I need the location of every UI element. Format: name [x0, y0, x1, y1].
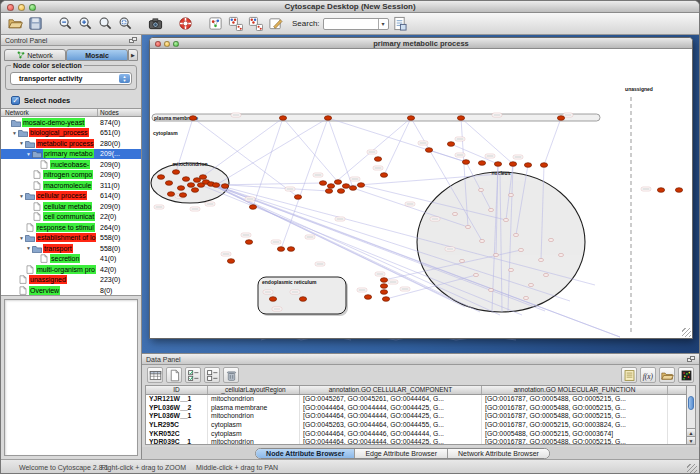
graph-node[interactable]: [524, 163, 531, 168]
graph-node[interactable]: [342, 184, 349, 189]
tree-row-macromolecule[interactable]: macromolecule311(0): [1, 180, 141, 191]
graph-node[interactable]: [245, 240, 252, 245]
tree-row-primary-metabo[interactable]: ▼primary metabo209(...: [1, 149, 141, 160]
search-dropdown-caret-icon[interactable]: ▾: [378, 19, 388, 29]
graph-node[interactable]: [380, 173, 387, 178]
zoom-view-button[interactable]: [173, 41, 179, 47]
snapshot-camera-icon[interactable]: [146, 15, 164, 33]
search-input[interactable]: ▾: [323, 18, 389, 30]
graph-node[interactable]: [380, 284, 387, 289]
graph-node[interactable]: [269, 297, 276, 302]
close-view-button[interactable]: [155, 41, 161, 47]
graph-node-small[interactable]: [503, 218, 508, 221]
tree-expander-icon[interactable]: ▼: [25, 151, 32, 157]
tab-mosaic[interactable]: Mosaic: [66, 49, 128, 61]
graph-node[interactable]: [165, 181, 172, 186]
minimize-view-button[interactable]: [164, 41, 170, 47]
float-panel-icon[interactable]: [687, 356, 695, 363]
tree-row-transport[interactable]: ▼transport558(0): [1, 243, 141, 254]
tree-row-mosaic-demo-yeast[interactable]: mosaic-demo-yeast874(0): [1, 117, 141, 128]
scroll-up-button[interactable]: ▲: [687, 428, 695, 436]
window-resize-grip[interactable]: [682, 328, 691, 337]
help-lifering-icon[interactable]: [176, 15, 194, 33]
create-attribute-icon[interactable]: [166, 367, 182, 383]
graph-edge[interactable]: [216, 183, 323, 185]
tree-row-overview[interactable]: Overview8(0): [1, 285, 141, 296]
graph-node-small[interactable]: [493, 253, 498, 256]
delete-attribute-icon[interactable]: [223, 367, 239, 383]
graph-node[interactable]: [279, 116, 286, 121]
attribute-table-icon[interactable]: [147, 367, 163, 383]
zoom-in-icon[interactable]: [76, 15, 94, 33]
tree-row-multi-organism-pro[interactable]: multi-organism pro42(0): [1, 264, 141, 275]
network-window-titlebar[interactable]: primary metabolic process: [150, 38, 692, 49]
graph-node-small[interactable]: [473, 273, 478, 276]
graph-node[interactable]: [380, 278, 387, 283]
graph-node[interactable]: [657, 188, 664, 193]
graph-node[interactable]: [509, 162, 516, 167]
graph-node[interactable]: [447, 142, 454, 147]
graph-node[interactable]: [382, 297, 389, 302]
tab-overflow-arrow-icon[interactable]: ▶: [128, 49, 138, 61]
graph-node-small[interactable]: [543, 273, 548, 276]
region-plasma-membrane[interactable]: [152, 114, 600, 121]
graph-node[interactable]: [249, 205, 256, 210]
tree-expander-icon[interactable]: ▼: [18, 235, 25, 241]
graph-node-small[interactable]: [518, 248, 523, 251]
tree-row-unassigned[interactable]: unassigned223(0): [1, 275, 141, 286]
open-file-icon[interactable]: [6, 15, 24, 33]
graph-node[interactable]: [380, 290, 387, 295]
graph-node[interactable]: [337, 189, 344, 194]
graph-node[interactable]: [179, 193, 186, 198]
tree-row-cellular-process[interactable]: ▼cellular process614(0): [1, 191, 141, 202]
function-builder-icon[interactable]: f(x): [640, 367, 656, 383]
tree-column-nodes[interactable]: Nodes: [98, 109, 141, 116]
graph-node[interactable]: [334, 180, 341, 185]
tree-column-network[interactable]: Network: [1, 109, 98, 116]
scrollbar-thumb[interactable]: [688, 396, 694, 410]
tab-edge-attribute-browser[interactable]: Edge Attribute Browser: [355, 449, 448, 458]
graph-node[interactable]: [462, 160, 469, 165]
graph-edge[interactable]: [384, 118, 411, 175]
graph-node-small[interactable]: [488, 208, 493, 211]
save-icon[interactable]: [26, 15, 44, 33]
graph-node[interactable]: [478, 161, 485, 166]
graph-node[interactable]: [357, 183, 364, 188]
graph-node-small[interactable]: [548, 238, 553, 241]
notes-icon[interactable]: [621, 367, 637, 383]
graph-node[interactable]: [221, 184, 228, 189]
graph-edge[interactable]: [253, 118, 283, 207]
graph-node[interactable]: [349, 186, 356, 191]
table-vertical-scrollbar[interactable]: ▲ ▼: [686, 386, 695, 444]
graph-node[interactable]: [540, 163, 547, 168]
tree-expander-icon[interactable]: ▼: [11, 130, 18, 136]
column-header-id[interactable]: ID: [146, 386, 208, 394]
graph-node[interactable]: [364, 295, 371, 300]
table-row[interactable]: YDR039C__1mitochondrion[GO:0044464, GO:0…: [146, 438, 686, 444]
tab-network-attribute-browser[interactable]: Network Attribute Browser: [448, 449, 549, 458]
filter-network-icon[interactable]: [246, 15, 264, 33]
graph-node-small[interactable]: [488, 288, 493, 291]
app-resize-grip[interactable]: [687, 464, 697, 474]
graph-edge[interactable]: [328, 118, 353, 188]
close-window-button[interactable]: [7, 4, 14, 11]
graph-node-small[interactable]: [528, 283, 533, 286]
graph-node[interactable]: [319, 181, 326, 186]
tree-expander-icon[interactable]: ▼: [18, 140, 25, 146]
minimize-window-button[interactable]: [18, 4, 25, 11]
zoom-window-button[interactable]: [29, 4, 36, 11]
graph-node[interactable]: [187, 183, 194, 188]
vizmapper-icon[interactable]: [226, 15, 244, 33]
graph-node[interactable]: [294, 195, 301, 200]
tree-row-response-to-stimul[interactable]: response to stimul264(0): [1, 222, 141, 233]
graph-node[interactable]: [425, 148, 432, 153]
graph-node[interactable]: [494, 162, 501, 167]
network-canvas[interactable]: plasma membranecytoplasmmitochondrionnuc…: [150, 49, 692, 338]
select-nodes-checkbox[interactable]: ✓: [11, 96, 20, 105]
graph-node-small[interactable]: [478, 188, 483, 191]
tree-row-cell-communicat[interactable]: cell communicat22(0): [1, 212, 141, 223]
unselect-attributes-icon[interactable]: [204, 367, 220, 383]
column-header-1[interactable]: _cellularLayoutRegion: [208, 386, 300, 394]
graph-node[interactable]: [325, 189, 332, 194]
graph-node[interactable]: [324, 116, 331, 121]
